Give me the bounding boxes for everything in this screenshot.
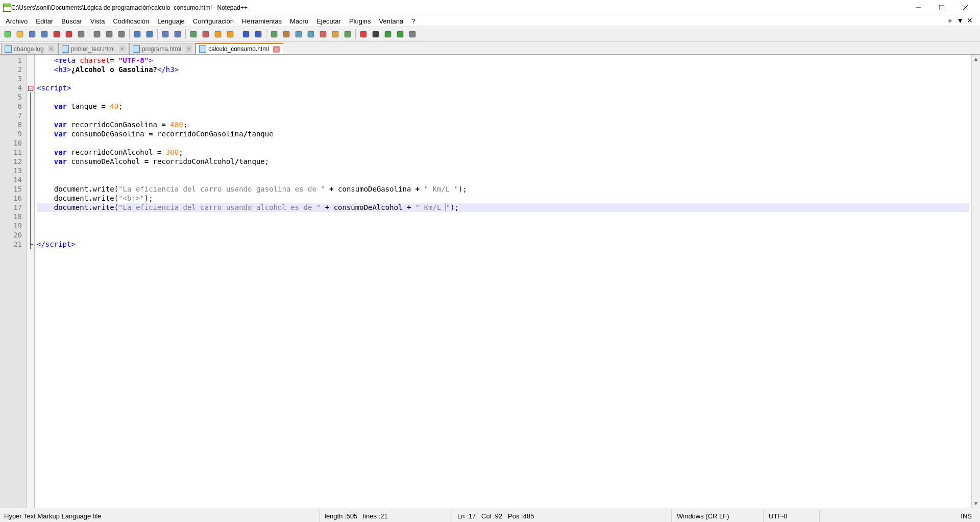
status-length: length : 505 lines : 21 xyxy=(320,510,452,522)
fold-cell xyxy=(27,148,34,157)
sync-v-button[interactable] xyxy=(212,29,224,40)
stop-macro-button[interactable] xyxy=(370,29,381,40)
minimize-button[interactable] xyxy=(906,0,930,15)
menu-lenguaje[interactable]: Lenguaje xyxy=(154,16,188,26)
doc-map-icon xyxy=(295,30,303,38)
close-button[interactable] xyxy=(953,0,977,15)
save-macro-button[interactable] xyxy=(407,29,418,40)
code-line: var tanque = 40; xyxy=(37,102,969,111)
scroll-down-icon[interactable]: ▼ xyxy=(972,499,980,508)
menu-?[interactable]: ? xyxy=(408,16,419,26)
toolbar-separator xyxy=(185,29,186,39)
code-line xyxy=(37,230,969,240)
replace-icon xyxy=(174,30,182,38)
menu-archivo[interactable]: Archivo xyxy=(2,16,31,26)
tab-close-icon[interactable]: × xyxy=(273,46,280,53)
line-number: 13 xyxy=(0,166,22,175)
menu-editar[interactable]: Editar xyxy=(32,16,57,26)
print-button[interactable] xyxy=(76,29,87,40)
file-icon xyxy=(5,45,12,53)
show-all-chars-button[interactable] xyxy=(253,29,264,40)
status-ln-val: 17 xyxy=(469,512,476,520)
open-file-button[interactable] xyxy=(14,29,26,40)
doc-list-button[interactable] xyxy=(305,29,316,40)
new-file-button[interactable] xyxy=(2,29,13,40)
triangle-down-icon[interactable]: ▼ xyxy=(957,16,964,26)
monitor-icon xyxy=(344,30,352,38)
tab-close-icon[interactable]: × xyxy=(119,45,126,52)
window-controls xyxy=(906,0,977,15)
paste-button[interactable] xyxy=(116,29,127,40)
menu-ejecutar[interactable]: Ejecutar xyxy=(313,16,345,26)
zoom-in-button[interactable] xyxy=(188,29,199,40)
zoom-out-button[interactable] xyxy=(200,29,211,40)
svg-rect-13 xyxy=(118,31,125,37)
status-length-val: 505 xyxy=(347,512,358,520)
code-area[interactable]: <meta charset= "UTF-8"> <h3>¿Alcohol o G… xyxy=(35,55,971,508)
fold-cell xyxy=(27,166,34,175)
find-button[interactable] xyxy=(160,29,171,40)
tab-label: calculo_consumo.html xyxy=(208,45,269,53)
func-list-button[interactable] xyxy=(317,29,329,40)
line-number: 10 xyxy=(0,138,22,148)
word-wrap-button[interactable] xyxy=(240,29,252,40)
close-x-icon[interactable]: ✕ xyxy=(967,16,973,26)
fold-cell xyxy=(27,221,34,230)
sync-h-button[interactable] xyxy=(225,29,236,40)
line-number: 7 xyxy=(0,111,22,120)
menu-macro[interactable]: Macro xyxy=(286,16,312,26)
menu-buscar[interactable]: Buscar xyxy=(58,16,85,26)
code-line: </script> xyxy=(37,240,969,249)
fast-macro-icon xyxy=(396,30,404,38)
record-macro-button[interactable] xyxy=(358,29,369,40)
close-button[interactable] xyxy=(51,29,62,40)
fold-cell xyxy=(27,240,34,249)
tab-primer_test-html[interactable]: primer_test.html× xyxy=(58,43,129,54)
copy-button[interactable] xyxy=(104,29,115,40)
menu-plugins[interactable]: Plugins xyxy=(346,16,375,26)
save-button[interactable] xyxy=(27,29,38,40)
tab-change-log[interactable]: change.log× xyxy=(1,43,58,54)
tab-programa-html[interactable]: programa.html× xyxy=(129,43,195,54)
fold-minus-icon[interactable]: − xyxy=(28,86,33,91)
toolbar-separator xyxy=(89,29,89,39)
vertical-scrollbar[interactable]: ▲ ▼ xyxy=(971,55,980,508)
svg-rect-34 xyxy=(397,31,403,37)
close-all-icon xyxy=(65,30,73,38)
fold-cell xyxy=(27,111,34,120)
indent-guide-button[interactable] xyxy=(268,29,280,40)
doc-map-button[interactable] xyxy=(293,29,304,40)
lang-button[interactable] xyxy=(281,29,292,40)
tab-close-icon[interactable]: × xyxy=(185,45,192,52)
menu-bar: ArchivoEditarBuscarVistaCodificaciónLeng… xyxy=(0,15,980,27)
save-all-button[interactable] xyxy=(39,29,50,40)
folder-workspace-button[interactable] xyxy=(330,29,341,40)
menu-herramientas[interactable]: Herramientas xyxy=(238,16,285,26)
svg-rect-25 xyxy=(283,31,289,37)
status-filetype: Hyper Text Markup Language file xyxy=(3,510,320,522)
tab-close-icon[interactable]: × xyxy=(48,45,55,52)
fast-macro-button[interactable] xyxy=(395,29,406,40)
redo-button[interactable] xyxy=(144,29,155,40)
menu-vista[interactable]: Vista xyxy=(87,16,109,26)
code-line xyxy=(37,175,969,184)
menu-codificación[interactable]: Codificación xyxy=(109,16,153,26)
menu-ventana[interactable]: Ventana xyxy=(376,16,407,26)
tab-calculo_consumo-html[interactable]: calculo_consumo.html× xyxy=(195,43,283,54)
scroll-up-icon[interactable]: ▲ xyxy=(972,55,980,63)
toolbar-separator xyxy=(355,29,356,39)
fold-cell xyxy=(27,65,34,74)
play-macro-button[interactable] xyxy=(382,29,394,40)
svg-rect-22 xyxy=(243,31,249,37)
cut-button[interactable] xyxy=(91,29,103,40)
maximize-button[interactable] xyxy=(930,0,953,15)
undo-button[interactable] xyxy=(132,29,143,40)
replace-button[interactable] xyxy=(172,29,183,40)
plus-icon[interactable]: ＋ xyxy=(946,16,953,26)
svg-rect-29 xyxy=(332,31,338,37)
close-all-button[interactable] xyxy=(63,29,75,40)
status-encoding: UTF-8 xyxy=(764,510,820,522)
monitor-button[interactable] xyxy=(342,29,353,40)
file-icon xyxy=(62,45,69,53)
menu-configuración[interactable]: Configuración xyxy=(189,16,237,26)
